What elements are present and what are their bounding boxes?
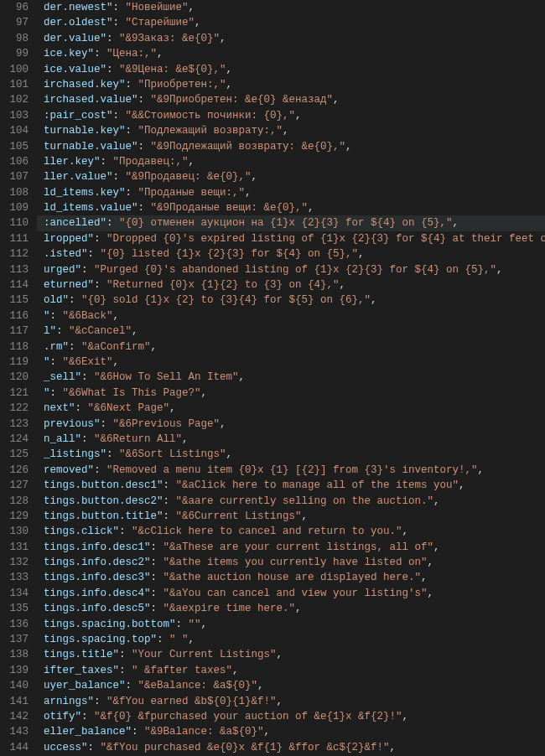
- code-line[interactable]: tings.title": "Your Current Listings",: [37, 647, 545, 662]
- code-line[interactable]: ice.value": "&9Цена: &e${0},",: [37, 62, 545, 77]
- code-editor[interactable]: 9697989910010110210310410510610710810911…: [0, 0, 545, 756]
- json-key: tings.button.desc2": [44, 495, 164, 507]
- punctuation: :: [126, 125, 138, 137]
- code-line[interactable]: _listings": "&6Sort Listings",: [37, 447, 545, 462]
- punctuation: ,: [371, 294, 377, 306]
- punctuation: ,: [252, 171, 258, 183]
- code-line[interactable]: ller.key": "Продавец:,",: [37, 154, 545, 169]
- code-line[interactable]: uyer_balance": "&eBalance: &a${0}",: [37, 678, 545, 693]
- json-key: tings.button.desc1": [44, 479, 164, 491]
- code-line[interactable]: tings.click": "&cClick here to cancel an…: [37, 524, 545, 539]
- line-number: 111: [0, 231, 29, 246]
- code-line[interactable]: n_all": "&6Return All",: [37, 432, 545, 447]
- code-line[interactable]: tings.info.desc4": "&aYou can cancel and…: [37, 586, 545, 601]
- code-line[interactable]: tings.info.desc5": "&aexpire time here."…: [37, 601, 545, 616]
- code-line[interactable]: ld_items.value": "&9Проданые вещи: &e{0}…: [37, 200, 545, 215]
- code-content[interactable]: der.newest": "Новейшие",der.oldest": "Ст…: [37, 0, 545, 756]
- punctuation: ,: [226, 79, 233, 91]
- code-line[interactable]: .isted": "{0} listed {1}x {2}{3} for ${4…: [37, 246, 545, 261]
- punctuation: ,: [302, 510, 309, 522]
- code-line[interactable]: der.value": "&9Заказ: &e{0}",: [37, 31, 545, 46]
- code-line[interactable]: der.oldest": "Старейшие",: [37, 15, 545, 30]
- punctuation: :: [132, 726, 144, 738]
- code-line[interactable]: tings.spacing.top": " ",: [37, 632, 545, 647]
- code-line[interactable]: next": "&6Next Page",: [37, 401, 545, 416]
- punctuation: ,: [220, 418, 226, 430]
- code-line[interactable]: l": "&cCancel",: [37, 324, 545, 339]
- punctuation: ,: [220, 33, 226, 44]
- punctuation: :: [94, 464, 106, 476]
- code-line[interactable]: ": "&6Back",: [37, 308, 545, 324]
- code-line[interactable]: eturned": "Returned {0}x {1}{2} to {3} o…: [37, 277, 545, 293]
- punctuation: :: [113, 171, 126, 183]
- punctuation: ,: [277, 696, 283, 707]
- code-line[interactable]: turnable.value": "&9Подлежащий возврату:…: [37, 139, 545, 154]
- json-string: "&9Balance: &a${0}": [144, 726, 264, 738]
- line-number: 114: [0, 277, 29, 293]
- punctuation: ,: [295, 603, 302, 614]
- punctuation: ,: [421, 572, 428, 583]
- code-line[interactable]: tings.spacing.bottom": "",: [37, 617, 545, 632]
- punctuation: :: [119, 649, 132, 660]
- code-line[interactable]: :ancelled": "{0} отменен аукцион на {1}x…: [37, 215, 545, 230]
- json-string: "&9Продавец: &e{0},": [126, 171, 252, 183]
- line-number: 124: [0, 432, 29, 447]
- code-line[interactable]: tings.info.desc2": "&athe items you curr…: [37, 555, 545, 570]
- code-line[interactable]: uccess": "&fYou purchased &e{0}x &f{1} &…: [37, 740, 545, 755]
- code-line[interactable]: ifter_taxes": " &fafter taxes",: [37, 663, 545, 678]
- punctuation: :: [106, 448, 119, 460]
- code-line[interactable]: tings.info.desc1": "&aThese are your cur…: [37, 540, 545, 555]
- punctuation: ,: [433, 541, 440, 553]
- punctuation: :: [106, 64, 119, 75]
- json-key: n_all": [44, 433, 81, 445]
- code-line[interactable]: ld_items.key": "Проданые вещи:,",: [37, 185, 545, 200]
- code-line[interactable]: ller.value": "&9Продавец: &e{0},",: [37, 169, 545, 184]
- code-line[interactable]: removed": "Removed a menu item {0}x {1} …: [37, 463, 545, 478]
- json-key: ller.key": [44, 156, 101, 168]
- line-number: 138: [0, 647, 29, 662]
- code-line[interactable]: ice.key": "Цена:,",: [37, 46, 545, 61]
- punctuation: :: [126, 187, 138, 199]
- punctuation: :: [113, 110, 126, 122]
- code-line[interactable]: arnings": "&fYou earned &b${0}{1}&f!",: [37, 694, 545, 709]
- json-string: "&6How To Sell An Item": [94, 371, 239, 383]
- json-string: "&cCancel": [69, 325, 132, 337]
- code-line[interactable]: :pair_cost": "&&Стоимость починки: {0},"…: [37, 108, 545, 123]
- code-line[interactable]: .rm": "&aConfirm",: [37, 339, 545, 355]
- json-key: .isted": [44, 248, 88, 260]
- json-string: "&fYou purchased &e{0}x &f{1} &ffor &c${…: [101, 742, 390, 753]
- json-key: previous": [44, 418, 101, 430]
- json-key: ld_items.value": [44, 202, 138, 214]
- line-number: 108: [0, 185, 29, 200]
- code-line[interactable]: tings.button.title": "&6Current Listings…: [37, 509, 545, 524]
- punctuation: ,: [182, 433, 189, 445]
- code-line[interactable]: tings.button.desc2": "&aare currently se…: [37, 494, 545, 509]
- line-number: 117: [0, 324, 29, 339]
- line-number: 129: [0, 509, 29, 524]
- punctuation: ,: [151, 341, 158, 353]
- line-number: 105: [0, 139, 29, 154]
- code-line[interactable]: ": "&6Exit",: [37, 355, 545, 370]
- code-line[interactable]: previous": "&6Previous Page",: [37, 417, 545, 432]
- punctuation: ,: [428, 557, 434, 568]
- code-line[interactable]: _sell": "&6How To Sell An Item",: [37, 370, 545, 385]
- json-key: otify": [44, 711, 81, 722]
- code-line[interactable]: tings.button.desc1": "&aClick here to ma…: [37, 478, 545, 493]
- json-key: tings.info.desc1": [44, 541, 151, 553]
- punctuation: ,: [226, 64, 233, 75]
- code-line[interactable]: old": "{0} sold {1}x {2} to {3}{4} for $…: [37, 293, 545, 308]
- line-number: 141: [0, 694, 29, 709]
- code-line[interactable]: irchased.value": "&9Приобретен: &e{0} &e…: [37, 92, 545, 107]
- code-line[interactable]: urged": "Purged {0}'s abandoned listing …: [37, 262, 545, 277]
- line-number: 118: [0, 339, 29, 355]
- code-line[interactable]: tings.info.desc3": "&athe auction house …: [37, 570, 545, 585]
- code-line[interactable]: lropped": "Dropped {0}'s expired listing…: [37, 231, 545, 246]
- code-line[interactable]: ": "&6What Is This Page?",: [37, 386, 545, 401]
- json-string: "&6What Is This Page?": [63, 387, 201, 399]
- code-line[interactable]: turnable.key": "Подлежащий возврату:,",: [37, 123, 545, 138]
- code-line[interactable]: otify": "&f{0} &fpurchased your auction …: [37, 709, 545, 724]
- code-line[interactable]: der.newest": "Новейшие",: [37, 0, 545, 15]
- code-line[interactable]: eller_balance": "&9Balance: &a${0}",: [37, 724, 545, 739]
- line-number: 136: [0, 617, 29, 632]
- code-line[interactable]: irchased.key": "Приобретен:,",: [37, 77, 545, 92]
